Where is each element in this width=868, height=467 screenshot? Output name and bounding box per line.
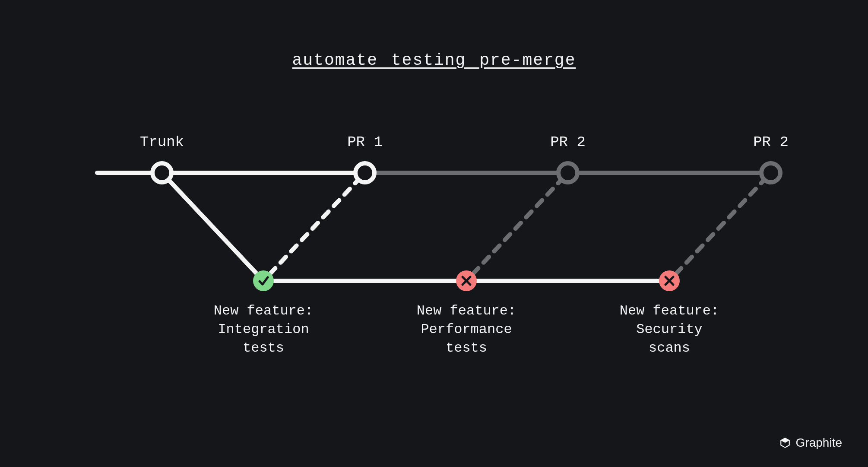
feature-node-label: New feature: Security scans	[620, 302, 719, 358]
brand-badge: Graphite	[779, 436, 842, 450]
svg-line-8	[473, 180, 561, 274]
svg-point-11	[355, 163, 374, 182]
svg-point-13	[761, 163, 780, 182]
trunk-node-label: PR 2	[550, 134, 586, 150]
svg-line-4	[168, 180, 257, 274]
svg-point-10	[152, 163, 171, 182]
svg-line-7	[270, 180, 358, 274]
feature-node-label: New feature: Integration tests	[214, 302, 313, 358]
graph-svg	[0, 0, 868, 467]
svg-line-9	[676, 180, 764, 274]
graphite-logo-icon	[779, 437, 791, 448]
svg-point-14	[253, 270, 274, 291]
feature-node-label: New feature: Performance tests	[417, 302, 516, 358]
trunk-node-label: Trunk	[140, 134, 184, 150]
trunk-node-label: PR 1	[347, 134, 383, 150]
svg-point-12	[558, 163, 577, 182]
brand-name: Graphite	[796, 436, 842, 450]
trunk-node-label: PR 2	[753, 134, 789, 150]
diagram-stage: automate testing pre-merge TrunkPR 1PR 2…	[0, 0, 868, 467]
svg-marker-22	[781, 438, 789, 443]
